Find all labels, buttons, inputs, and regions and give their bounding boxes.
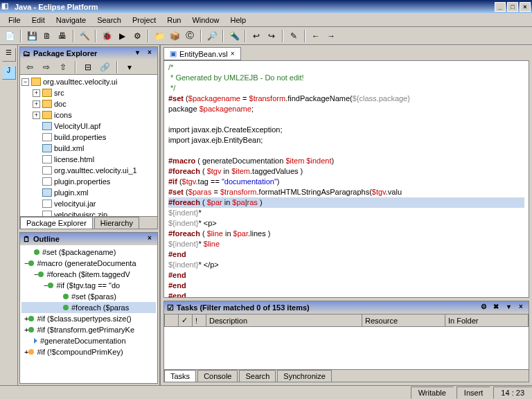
annotation-prev-icon[interactable]: ↩ — [249, 29, 263, 43]
debug-icon[interactable]: 🐞 — [100, 29, 114, 43]
tab-package-explorer[interactable]: Package Explorer — [20, 217, 93, 229]
editor-line[interactable]: #foreach ( $tgv in $item.taggedValues ) — [168, 166, 524, 177]
outline-item[interactable]: −#if ($tgv.tag == "do — [21, 280, 156, 291]
tasks-table[interactable]: ✓!DescriptionResourceIn Folder — [164, 314, 529, 327]
filter-icon[interactable]: ▾ — [123, 60, 136, 74]
forward-icon[interactable]: → — [324, 29, 338, 43]
outline-item[interactable]: #generateDocumentation — [21, 335, 156, 346]
editor-line[interactable]: ${indent}* </p> — [168, 260, 524, 270]
editor-line[interactable]: #foreach ( $par in $pa|ras ) — [168, 197, 524, 208]
editor-line[interactable]: package $packagename; — [168, 104, 524, 114]
build-icon[interactable]: 🔨 — [78, 29, 91, 43]
tree-item[interactable]: velocityui.jar — [21, 198, 156, 209]
saveall-icon[interactable]: 🗎 — [40, 29, 54, 43]
editor-line[interactable]: import javax.ejb.EntityBean; — [168, 135, 524, 145]
newproj-icon[interactable]: 📁 — [152, 29, 166, 43]
view-close-icon[interactable]: × — [145, 48, 154, 58]
tasks-col[interactable] — [165, 314, 179, 327]
editor-line[interactable]: #if ($tgv.tag == "documentation") — [168, 177, 524, 187]
run-icon[interactable]: ▶ — [115, 29, 129, 43]
tree-item[interactable]: VelocityUI.apf — [21, 121, 156, 132]
outline-close-icon[interactable]: × — [145, 234, 154, 244]
last-edit-icon[interactable]: ✎ — [287, 29, 301, 43]
open-type-icon[interactable]: 🔎 — [205, 29, 219, 43]
editor-line[interactable]: * Generated by UML2EJB - Do not edit! — [168, 73, 524, 83]
outline-item[interactable]: #foreach ($paras — [21, 302, 156, 313]
tab-search[interactable]: Search — [239, 370, 276, 382]
menu-window[interactable]: Window — [186, 15, 224, 26]
editor-tab-entitybean[interactable]: ▣ EntityBean.vsl × — [163, 47, 241, 60]
editor-line[interactable]: /* — [168, 62, 524, 73]
menu-run[interactable]: Run — [161, 15, 186, 26]
print-icon[interactable]: 🖶 — [55, 29, 69, 43]
editor-line[interactable]: #set ($packagename = $transform.findPack… — [168, 94, 524, 104]
tree-item[interactable]: plugin.xml — [21, 187, 156, 198]
tab-hierarchy[interactable]: Hierarchy — [94, 217, 139, 229]
tree-item[interactable]: build.properties — [21, 132, 156, 143]
tasks-col[interactable]: ! — [193, 314, 206, 327]
java-perspective-button[interactable]: J — [2, 66, 16, 80]
newclass-icon[interactable]: Ⓒ — [183, 29, 197, 43]
collapse-icon[interactable]: ⊟ — [81, 60, 95, 74]
fwd-nav-icon[interactable]: ⇨ — [39, 60, 53, 74]
outline-item[interactable]: +#if ($transform.getPrimaryKe — [21, 324, 156, 335]
menu-navigate[interactable]: Navigate — [51, 15, 91, 26]
tasks-filter-icon[interactable]: ⚙ — [479, 303, 488, 312]
tree-item[interactable]: build.xml — [21, 143, 156, 154]
tasks-col[interactable]: Resource — [362, 314, 445, 327]
view-menu-icon[interactable]: ▾ — [132, 48, 142, 58]
link-icon[interactable]: 🔗 — [98, 60, 112, 74]
tab-console[interactable]: Console — [197, 370, 238, 382]
back-icon[interactable]: ← — [309, 29, 323, 43]
outline-item[interactable]: −#macro (generateDocumenta — [21, 258, 156, 269]
outline-item[interactable]: +#if (!$compoundPrimKey) — [21, 346, 156, 357]
tree-item[interactable]: +doc — [21, 98, 156, 109]
tree-item[interactable]: +icons — [21, 109, 156, 121]
menu-help[interactable]: Help — [225, 15, 252, 26]
menu-search[interactable]: Search — [91, 15, 127, 26]
tasks-col[interactable]: Description — [206, 314, 362, 327]
tab-tasks[interactable]: Tasks — [164, 370, 196, 382]
save-icon[interactable]: 💾 — [25, 29, 39, 43]
outline-item[interactable]: #set ($packagename) — [21, 247, 156, 258]
tasks-close-icon[interactable]: × — [516, 303, 526, 312]
minimize-button[interactable]: _ — [495, 2, 506, 12]
open-perspective-button[interactable]: ☰ — [2, 48, 16, 62]
annotation-next-icon[interactable]: ↪ — [265, 29, 278, 43]
menu-file[interactable]: File — [3, 15, 26, 26]
close-button[interactable]: × — [520, 2, 531, 12]
tasks-delete-icon[interactable]: ✖ — [491, 303, 501, 312]
menu-edit[interactable]: Edit — [26, 15, 51, 26]
editor-line[interactable]: #macro ( generateDocumentation $item $in… — [168, 156, 524, 166]
editor-tab-close-icon[interactable]: × — [231, 50, 235, 57]
editor-line[interactable]: ${indent}* — [168, 208, 524, 218]
tree-item[interactable]: plugin.properties — [21, 176, 156, 187]
text-editor[interactable]: /* * Generated by UML2EJB - Do not edit!… — [163, 60, 529, 298]
search-icon[interactable]: 🔦 — [227, 29, 241, 43]
tasks-menu-icon[interactable]: ▾ — [504, 303, 513, 312]
outline-item[interactable]: −#foreach ($item.taggedV — [21, 269, 156, 280]
editor-line[interactable]: #end — [168, 291, 524, 298]
tree-item[interactable]: org.vaulttec.velocity.ui_1 — [21, 165, 156, 176]
up-nav-icon[interactable]: ⇧ — [56, 60, 70, 74]
outline-item[interactable]: +#if ($class.supertypes.size() — [21, 313, 156, 324]
package-tree[interactable]: −org.vaulttec.velocity.ui+src+doc+iconsV… — [20, 75, 157, 216]
editor-line[interactable]: */ — [168, 83, 524, 94]
newpkg-icon[interactable]: 📦 — [168, 29, 181, 43]
editor-line[interactable]: #end — [168, 249, 524, 260]
editor-line[interactable]: import javax.ejb.CreateException; — [168, 125, 524, 135]
outline-tree[interactable]: #set ($packagename)−#macro (generateDocu… — [20, 245, 157, 383]
tree-root[interactable]: −org.vaulttec.velocity.ui — [21, 76, 156, 87]
editor-line[interactable]: #end — [168, 281, 524, 291]
back-nav-icon[interactable]: ⇦ — [23, 60, 37, 74]
editor-line[interactable] — [168, 114, 524, 125]
tree-item[interactable]: velocityuisrc.zip — [21, 209, 156, 216]
menu-project[interactable]: Project — [127, 15, 161, 26]
tree-item[interactable]: license.html — [21, 154, 156, 165]
tasks-col[interactable]: In Folder — [445, 314, 529, 327]
tree-item[interactable]: +src — [21, 87, 156, 98]
maximize-button[interactable]: □ — [507, 2, 518, 12]
outline-item[interactable]: #set ($paras) — [21, 291, 156, 302]
editor-line[interactable] — [168, 145, 524, 156]
editor-line[interactable]: ${indent}* $line — [168, 239, 524, 249]
